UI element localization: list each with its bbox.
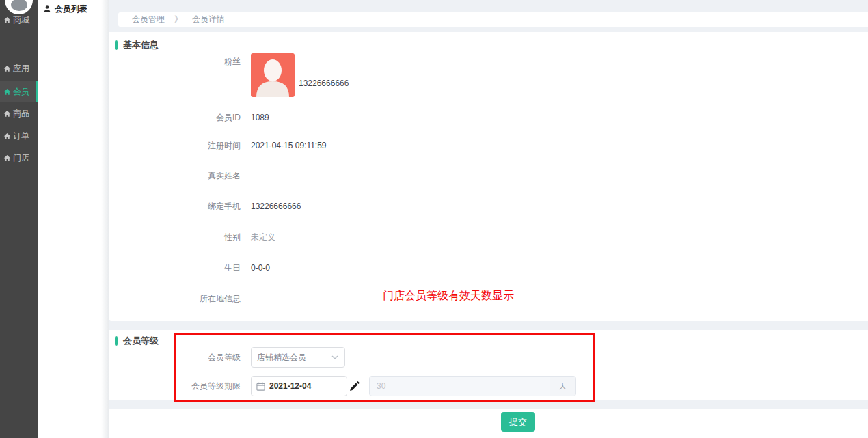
field-value: 0-0-0 — [251, 263, 270, 273]
user-icon — [43, 5, 51, 13]
field-row-location: 所在地信息 — [109, 293, 251, 304]
select-value: 店铺精选会员 — [257, 352, 331, 364]
field-row-gender: 性别未定义 — [109, 232, 275, 243]
home-icon — [3, 16, 11, 24]
sidebar-item-label: 应用 — [13, 63, 29, 74]
calendar-icon — [256, 382, 265, 391]
sidebar-item-label: 订单 — [13, 131, 29, 142]
field-row-level-term: 会员等级期限 — [109, 381, 241, 392]
home-icon — [3, 133, 11, 140]
field-label: 生日 — [109, 262, 241, 273]
field-label: 会员ID — [109, 112, 241, 123]
sidebar-item-goods[interactable]: 商品 — [0, 103, 38, 124]
sidebar-item-orders[interactable]: 订单 — [0, 126, 38, 146]
edit-pencil-icon[interactable] — [349, 381, 360, 392]
date-value: 2021-12-04 — [269, 381, 311, 391]
submenu-item-member-list[interactable]: 会员列表 — [38, 0, 109, 18]
field-value: 2021-04-15 09:11:59 — [251, 141, 327, 150]
app-root: 商城 应用 会员 商品 订单 门店 会员列表 — [0, 0, 868, 438]
field-label: 绑定手机 — [109, 201, 241, 212]
days-unit-suffix: 天 — [550, 377, 575, 396]
avatar-person-icon — [251, 53, 295, 97]
breadcrumb-separator: 》 — [174, 14, 182, 25]
home-icon — [3, 154, 11, 162]
field-row-member-id: 会员ID1089 — [109, 112, 269, 123]
field-row-register-time: 注册时间2021-04-15 09:11:59 — [109, 140, 327, 151]
fan-phone-value: 13226666666 — [299, 78, 349, 89]
sidebar-item-label: 门店 — [13, 152, 29, 164]
field-label: 注册时间 — [109, 140, 241, 151]
home-icon — [3, 110, 11, 118]
member-level-select[interactable]: 店铺精选会员 — [251, 347, 345, 368]
submit-button[interactable]: 提交 — [501, 412, 535, 432]
field-row-bound-phone: 绑定手机13226666666 — [109, 201, 301, 212]
field-label: 粉丝 — [109, 56, 241, 67]
field-row-birthday: 生日0-0-0 — [109, 262, 270, 273]
home-icon — [3, 88, 11, 96]
section-title-member-level: 会员等级 — [115, 335, 159, 347]
sidebar-item-stores[interactable]: 门店 — [0, 148, 38, 168]
main-content: 会员管理 》 会员详情 基本信息 粉丝 13226666666 会员ID1089 — [109, 0, 868, 438]
sidebar-item-mall[interactable]: 商城 — [0, 10, 38, 30]
sidebar-item-apps[interactable]: 应用 — [0, 58, 38, 79]
level-expiry-date-input[interactable]: 2021-12-04 — [251, 376, 347, 396]
sidebar-item-label: 商品 — [13, 108, 29, 120]
sidebar-item-label: 商城 — [13, 14, 29, 26]
breadcrumb-member-management[interactable]: 会员管理 — [132, 14, 165, 25]
field-label: 会员等级 — [109, 352, 241, 363]
field-value: 1089 — [251, 113, 269, 122]
basic-info-panel: 基本信息 粉丝 13226666666 会员ID1089 注册时间2021-04… — [109, 32, 868, 321]
member-level-panel: 会员等级 会员等级 店铺精选会员 会员等级期限 2021-12-04 30 天 — [109, 330, 868, 400]
breadcrumb-member-detail: 会员详情 — [192, 14, 225, 25]
field-value: 13226666666 — [251, 202, 301, 211]
sidebar-item-label: 会员 — [13, 86, 29, 98]
field-label: 真实姓名 — [109, 170, 241, 181]
valid-days-input[interactable]: 30 — [370, 377, 550, 396]
field-row-fan: 粉丝 — [109, 56, 241, 67]
field-label: 性别 — [109, 232, 241, 243]
section-accent-bar — [115, 336, 118, 346]
home-icon — [3, 65, 11, 72]
secondary-sidebar: 会员列表 — [38, 0, 109, 438]
member-avatar — [251, 53, 295, 97]
field-label: 所在地信息 — [109, 293, 241, 304]
chevron-down-icon — [331, 353, 339, 361]
section-accent-bar — [115, 40, 118, 50]
field-value: 未定义 — [251, 232, 275, 242]
field-row-level: 会员等级 — [109, 352, 241, 363]
footer-bar: 提交 — [109, 409, 868, 438]
valid-days-input-group: 30 天 — [369, 376, 576, 396]
submenu-item-label: 会员列表 — [55, 3, 87, 15]
sidebar-item-members[interactable]: 会员 — [0, 81, 38, 102]
sidebar-shadow — [101, 0, 109, 438]
section-title-basic-info: 基本信息 — [115, 39, 159, 51]
field-row-real-name: 真实姓名 — [109, 170, 251, 181]
primary-sidebar: 商城 应用 会员 商品 订单 门店 — [0, 0, 38, 438]
annotation-text: 门店会员等级有效天数显示 — [383, 289, 514, 303]
breadcrumb: 会员管理 》 会员详情 — [118, 12, 868, 27]
field-label: 会员等级期限 — [109, 381, 241, 392]
